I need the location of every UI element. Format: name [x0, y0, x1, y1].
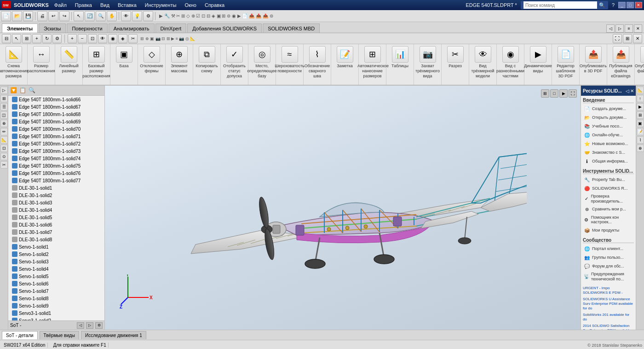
3d-viewport[interactable]: X Y Z ⊞ □ ▶ ⛶ — [105, 86, 581, 330]
rp-item-property-tab[interactable]: 🔧 Property Tab Bu... — [583, 176, 634, 183]
rp-item-products[interactable]: 📦 Мои продукты — [583, 227, 634, 234]
tree-item-12[interactable]: DLE-30-1-solid1 — [8, 184, 104, 192]
new-button[interactable]: 📄 — [1, 11, 11, 21]
vp-btn-1[interactable]: ⊞ — [541, 89, 549, 98]
right-side-icon-1[interactable]: ↑ — [637, 95, 644, 102]
zoom-button[interactable]: 🔍 — [96, 11, 106, 21]
rp-item-compare[interactable]: ⊜ Сравнить мои р... — [583, 206, 634, 213]
tree-item-27[interactable]: Servo-1-solid8 — [8, 295, 104, 302]
search-icon[interactable]: 🔍 — [599, 2, 605, 8]
stb-zoom-in[interactable]: + — [68, 34, 77, 43]
right-side-icon-7[interactable]: ⊕ — [637, 145, 644, 152]
help-icon[interactable]: ? — [612, 2, 615, 8]
view-button[interactable]: 👁 — [121, 11, 131, 21]
panel-icon-filter[interactable]: 🔽 — [10, 87, 17, 94]
tree-item-18[interactable]: DLE-30-1-solid7 — [8, 228, 104, 236]
rp-item-online[interactable]: 🌐 Онлайн-обуче... — [583, 131, 634, 139]
tree-item-25[interactable]: Servo-1-solid6 — [8, 280, 104, 287]
tab-elements[interactable]: Элементы — [2, 23, 38, 33]
ribbon-icon-capture[interactable]: 📷 — [420, 46, 436, 63]
panel-icon-list[interactable]: 📋 — [19, 87, 27, 94]
ribbon-icon-linear[interactable]: 📏 — [61, 46, 77, 63]
tab-close-btn[interactable]: ✕ — [634, 24, 642, 33]
redo-button[interactable]: ↪ — [59, 11, 69, 21]
rp-news-3[interactable]: 2014 SOLIDWO Satisfaction Sur Enterprise… — [583, 324, 634, 330]
rp-item-create[interactable]: 📄 Создать докуме... — [583, 105, 634, 112]
tree-item-13[interactable]: DLE-30-1-solid2 — [8, 192, 104, 199]
tree-item-22[interactable]: Servo-1-solid3 — [8, 258, 104, 265]
left-side-icon-0[interactable]: ▷ — [0, 87, 8, 94]
stb-rotate[interactable]: ↻ — [42, 34, 52, 43]
tree-item-9[interactable]: Edge 540T 1800mm-1-solid75 — [8, 162, 104, 169]
ribbon-icon-size-loc[interactable]: ↔ — [33, 46, 50, 63]
right-side-icon-2[interactable]: ▶ — [637, 103, 644, 111]
tree-item-3[interactable]: Edge 540T 1800mm-1-solid69 — [8, 118, 104, 125]
tree-item-11[interactable]: Edge 540T 1800mm-1-solid77 — [8, 177, 104, 184]
ribbon-icon-tolerance[interactable]: ✓ — [226, 46, 243, 63]
tab-addins[interactable]: Добавления SOLIDWORKS — [187, 23, 262, 33]
panel-nav-next[interactable]: ▷ — [86, 322, 93, 329]
ribbon-icon-explode[interactable]: ◉ — [502, 46, 519, 63]
ribbon-icon-surface[interactable]: ≈ — [282, 46, 298, 63]
ribbon-icon-section[interactable]: ✂ — [447, 46, 464, 63]
close-button[interactable]: ✕ — [635, 2, 642, 8]
search-input[interactable] — [523, 1, 597, 9]
tree-item-28[interactable]: Servo-1-solid9 — [8, 302, 104, 309]
rp-collapse-btn[interactable]: ◁ — [626, 88, 629, 93]
tab-surfaces[interactable]: Поверхности — [67, 23, 107, 33]
rp-item-forum[interactable]: 💬 Форум для обс... — [583, 262, 634, 270]
menu-insert[interactable]: Вставка — [115, 2, 139, 8]
minimize-button[interactable]: _ — [618, 2, 626, 8]
stb-settings[interactable]: ⚙ — [52, 34, 62, 43]
print-button[interactable]: 🖨 — [37, 11, 47, 21]
tree-item-7[interactable]: Edge 540T 1800mm-1-solid73 — [8, 147, 104, 155]
pan-button[interactable]: ✋ — [107, 11, 117, 21]
right-side-icon-3[interactable]: ⊞ — [637, 111, 644, 119]
tab-expand-btn[interactable]: ▷ — [615, 24, 624, 33]
stb-wireframe[interactable]: ◈ — [118, 34, 127, 43]
left-side-icon-6[interactable]: 📐 — [0, 136, 8, 144]
stb-shaded[interactable]: ◉ — [108, 34, 117, 43]
menu-tools[interactable]: Инструменты — [142, 2, 179, 8]
tree-item-15[interactable]: DLE-30-1-solid4 — [8, 206, 104, 214]
stb-section[interactable]: ✂ — [128, 34, 138, 43]
menu-file[interactable]: Файл — [52, 2, 69, 8]
ribbon-icon-editor[interactable]: 📄 — [558, 46, 574, 63]
feature-tree[interactable]: Edge 540T 1800mm-1-solid66Edge 540T 1800… — [8, 96, 104, 320]
tree-item-21[interactable]: Servo-1-solid2 — [8, 250, 104, 258]
maximize-button[interactable]: □ — [627, 2, 634, 8]
panel-nav-prev[interactable]: ◁ — [77, 322, 84, 329]
stb-zoom-out[interactable]: − — [78, 34, 87, 43]
left-side-icon-3[interactable]: ◫ — [0, 111, 8, 119]
vp-btn-expand[interactable]: ⛶ — [569, 89, 577, 98]
vp-btn-3[interactable]: ▶ — [559, 89, 568, 98]
menu-help[interactable]: Справка — [202, 2, 227, 8]
tree-item-20[interactable]: Servo-1-solid1 — [8, 243, 104, 250]
options-button[interactable]: ⚙ — [143, 11, 153, 21]
tree-item-10[interactable]: Edge 540T 1800mm-1-solid76 — [8, 169, 104, 177]
ribbon-icon-note[interactable]: 📝 — [337, 46, 353, 63]
ribbon-icon-copy[interactable]: ⧉ — [199, 46, 215, 63]
tree-item-8[interactable]: Edge 540T 1800mm-1-solid74 — [8, 155, 104, 162]
rp-item-info[interactable]: ℹ Общая информа... — [583, 157, 634, 165]
ribbon-icon-auto[interactable]: ⊞ — [364, 46, 381, 63]
rp-news-0[interactable]: URGENT - Impo SOLIDWORKS E PDM - — [583, 286, 634, 296]
tab-dimxpert[interactable]: DimXpert — [155, 23, 187, 33]
vp-btn-2[interactable]: □ — [550, 89, 558, 98]
rp-item-groups[interactable]: 👥 Группы пользо... — [583, 254, 634, 261]
stb-select[interactable]: ↖ — [12, 34, 21, 43]
tree-item-1[interactable]: Edge 540T 1800mm-1-solid67 — [8, 103, 104, 111]
left-side-icon-4[interactable]: ⊕ — [0, 120, 8, 127]
rotate-button[interactable]: 🔄 — [85, 11, 95, 21]
rp-news-2[interactable]: SolidWorks 201 available for do — [583, 313, 634, 322]
left-side-icon-7[interactable]: ⊡ — [0, 145, 8, 152]
tab-collapse-btn[interactable]: ◁ — [606, 24, 615, 33]
panel-icon-search[interactable]: 🔍 — [29, 87, 36, 94]
rp-item-open[interactable]: 📂 Открыть докуме... — [583, 114, 634, 121]
tree-item-0[interactable]: Edge 540T 1800mm-1-solid66 — [8, 96, 104, 103]
ribbon-icon-weld[interactable]: ⌇ — [309, 46, 326, 63]
left-side-icon-1[interactable]: ⊞ — [0, 95, 8, 102]
right-side-icon-5[interactable]: 📝 — [637, 128, 644, 135]
ribbon-icon-deviation[interactable]: ◇ — [144, 46, 160, 63]
left-side-icon-5[interactable]: ✏ — [0, 128, 8, 135]
